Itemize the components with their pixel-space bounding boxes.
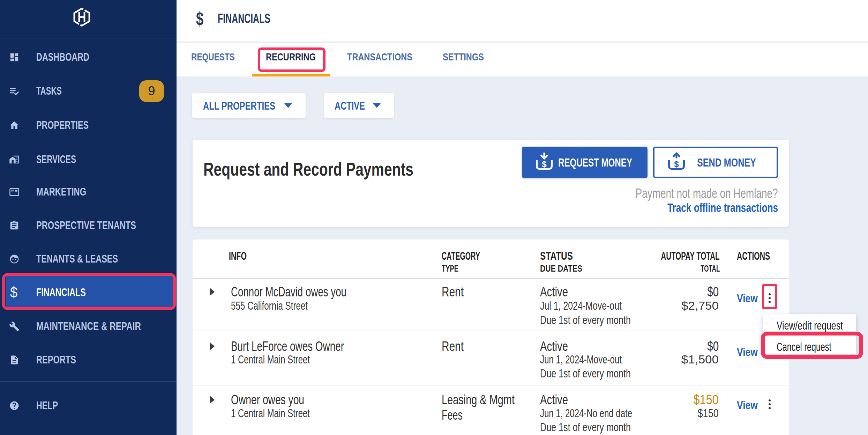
svg-text:$: $ [674, 160, 679, 169]
svg-text:$: $ [542, 160, 547, 169]
